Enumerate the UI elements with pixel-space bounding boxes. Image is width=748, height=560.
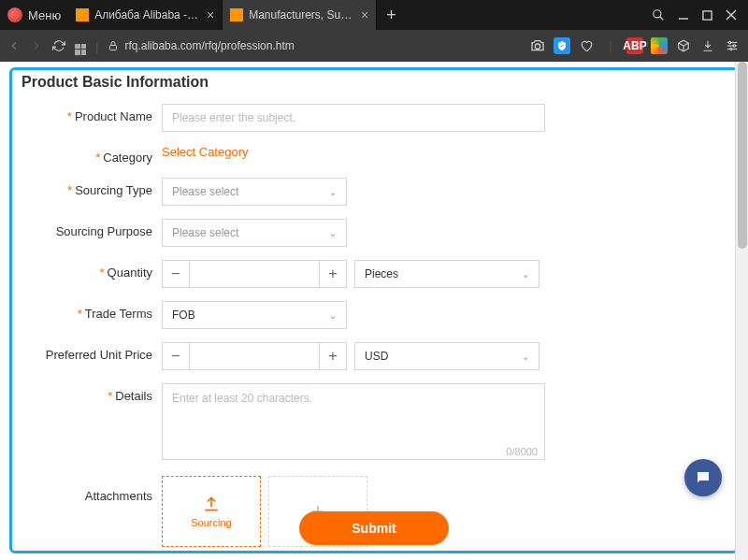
chevron-down-icon: ⌄ — [329, 310, 337, 321]
camera-icon[interactable] — [529, 37, 546, 54]
form-panel: Product Basic Information *Product Name … — [9, 67, 739, 553]
download-icon[interactable] — [699, 37, 716, 54]
close-icon[interactable]: × — [361, 7, 368, 22]
svg-point-11 — [729, 41, 731, 43]
sourcing-purpose-select[interactable]: Please select ⌄ — [162, 219, 347, 247]
opera-menu-button[interactable]: Меню — [0, 0, 68, 30]
cube-icon[interactable] — [675, 37, 692, 54]
currency-select[interactable]: USD ⌄ — [354, 342, 539, 370]
svg-line-1 — [660, 17, 664, 21]
quantity-unit-select[interactable]: Pieces ⌄ — [354, 260, 539, 288]
quantity-increase-button[interactable]: + — [319, 260, 347, 288]
product-name-input[interactable] — [162, 104, 545, 132]
svg-point-7 — [535, 44, 539, 49]
quantity-input[interactable] — [190, 260, 319, 288]
heart-icon[interactable] — [578, 37, 595, 54]
panel-title: Product Basic Information — [22, 74, 726, 91]
search-icon[interactable] — [652, 8, 665, 22]
close-icon[interactable]: × — [207, 7, 214, 22]
price-increase-button[interactable]: + — [319, 342, 347, 370]
upload-icon — [202, 495, 221, 513]
back-icon[interactable] — [7, 39, 21, 52]
url-field[interactable]: rfq.alibaba.com/rfq/profession.htm — [108, 39, 520, 52]
forward-icon[interactable] — [30, 39, 43, 52]
close-window-icon[interactable] — [726, 9, 737, 21]
svg-point-0 — [654, 10, 661, 18]
page-viewport: Product Basic Information *Product Name … — [0, 62, 748, 560]
chevron-down-icon: ⌄ — [522, 269, 529, 280]
vertical-scrollbar[interactable] — [735, 62, 748, 560]
chevron-down-icon: ⌄ — [522, 352, 529, 362]
character-counter: 0/8000 — [506, 446, 538, 457]
chevron-down-icon: ⌄ — [329, 187, 337, 197]
details-textarea[interactable] — [162, 383, 545, 460]
titlebar: Меню Алибаба Alibaba - крупне × Manufact… — [0, 0, 748, 30]
tab-alibaba-ru[interactable]: Алибаба Alibaba - крупне × — [68, 0, 223, 30]
svg-point-12 — [733, 45, 735, 47]
chat-icon — [695, 469, 712, 486]
chat-fab-button[interactable] — [684, 459, 722, 496]
pinwheel-icon[interactable] — [651, 37, 668, 54]
opera-logo-icon — [7, 7, 22, 22]
price-input[interactable] — [190, 342, 319, 370]
quantity-decrease-button[interactable]: − — [162, 260, 190, 288]
abp-icon[interactable]: ABP — [626, 37, 643, 54]
submit-button[interactable]: Submit — [299, 511, 449, 545]
lock-icon — [108, 40, 119, 51]
new-tab-button[interactable]: + — [377, 6, 406, 25]
shield-icon[interactable] — [554, 37, 570, 54]
maximize-icon[interactable] — [702, 10, 712, 21]
minimize-icon[interactable] — [678, 9, 689, 21]
settings-icon[interactable] — [724, 37, 741, 54]
menu-label: Меню — [28, 8, 61, 22]
select-category-link[interactable]: Select Category — [162, 145, 249, 159]
svg-rect-3 — [703, 10, 712, 19]
svg-rect-6 — [110, 46, 117, 50]
scroll-thumb[interactable] — [738, 62, 747, 249]
price-decrease-button[interactable]: − — [162, 342, 190, 370]
trade-terms-select[interactable]: FOB ⌄ — [162, 301, 347, 329]
favicon-icon — [76, 8, 89, 22]
sourcing-type-select[interactable]: Please select ⌄ — [162, 178, 347, 206]
chevron-down-icon: ⌄ — [329, 228, 337, 238]
tab-manufacturers[interactable]: Manufacturers, Suppliers, E × — [223, 0, 377, 30]
favicon-icon — [230, 8, 243, 22]
upload-sourcing-button[interactable]: Sourcing — [162, 476, 261, 547]
speed-dial-icon[interactable] — [75, 36, 86, 55]
svg-point-13 — [730, 48, 732, 50]
address-bar: | rfq.alibaba.com/rfq/profession.htm | A… — [0, 30, 748, 62]
reload-icon[interactable] — [52, 39, 65, 52]
